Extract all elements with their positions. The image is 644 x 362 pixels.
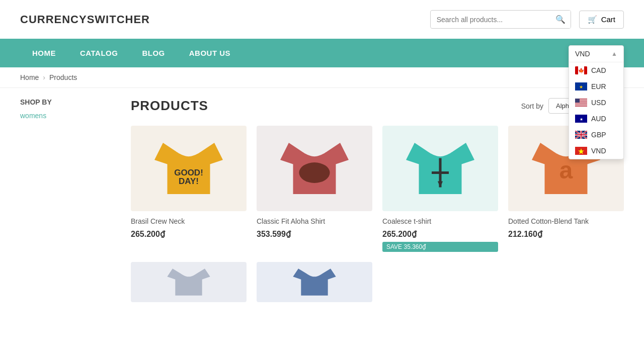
nav-item-about-us[interactable]: ABOUT US bbox=[177, 39, 243, 67]
currency-item-gbp[interactable]: GBP bbox=[569, 127, 623, 143]
svg-rect-2 bbox=[584, 66, 587, 74]
currency-dropdown: VND ▲ 🍁 CAD ★ EUR bbox=[569, 45, 624, 159]
flag-icon-gb bbox=[575, 131, 587, 139]
currency-code-cad: CAD bbox=[591, 66, 606, 74]
product-card-aloha[interactable]: Classic Fit Aloha Shirt 353.599₫ bbox=[257, 126, 372, 252]
search-bar: 🔍 bbox=[430, 10, 571, 29]
products-header: PRODUCTS Sort by Alphabetically, A-Z bbox=[131, 98, 624, 114]
svg-text:a: a bbox=[559, 157, 573, 184]
product-name-dotted: Dotted Cotton-Blend Tank bbox=[508, 217, 624, 225]
currency-item-aud[interactable]: ★ AUD bbox=[569, 111, 623, 127]
product-image-brasil: GOOD! DAY! bbox=[131, 126, 247, 211]
product-grid: GOOD! DAY! Brasil Crew Neck 265.200₫ Cla… bbox=[131, 126, 624, 308]
currency-item-cad[interactable]: 🍁 CAD bbox=[569, 62, 623, 78]
flag-icon-eu: ★ bbox=[575, 82, 587, 90]
sidebar-link-womens[interactable]: womens bbox=[20, 112, 46, 120]
search-input[interactable] bbox=[431, 12, 550, 28]
nav-item-blog[interactable]: BLOG bbox=[130, 39, 177, 67]
svg-rect-24 bbox=[575, 134, 587, 135]
header: CURRENCYSWITCHER 🔍 🛒 Cart bbox=[0, 0, 644, 39]
svg-point-29 bbox=[299, 162, 330, 183]
product-price-aloha: 353.599₫ bbox=[257, 229, 372, 239]
product-name-aloha: Classic Fit Aloha Shirt bbox=[257, 217, 372, 225]
product-save-coalesce: SAVE 35.360₫ bbox=[382, 242, 498, 252]
cart-button[interactable]: 🛒 Cart bbox=[579, 11, 624, 29]
currency-code-aud: AUD bbox=[591, 115, 606, 123]
currency-item-usd[interactable]: USD bbox=[569, 95, 623, 111]
svg-text:🍁: 🍁 bbox=[578, 67, 585, 74]
product-card-bottom-2[interactable] bbox=[257, 262, 372, 308]
sidebar: SHOP BY womens bbox=[20, 98, 121, 308]
currency-up-arrow-icon: ▲ bbox=[611, 50, 617, 57]
product-image-coalesce bbox=[382, 126, 498, 211]
sort-label: Sort by bbox=[521, 102, 543, 110]
product-price-brasil: 265.200₫ bbox=[131, 229, 247, 239]
logo: CURRENCYSWITCHER bbox=[20, 13, 150, 26]
svg-text:DAY!: DAY! bbox=[179, 176, 199, 186]
svg-rect-11 bbox=[575, 104, 587, 105]
product-card-coalesce[interactable]: Coalesce t-shirt 265.200₫ SAVE 35.360₫ bbox=[382, 126, 498, 252]
breadcrumb-separator: › bbox=[43, 73, 45, 81]
main-layout: SHOP BY womens PRODUCTS Sort by Alphabet… bbox=[0, 88, 644, 318]
cart-icon: 🛒 bbox=[588, 15, 597, 24]
currency-item-eur[interactable]: ★ EUR bbox=[569, 78, 623, 95]
breadcrumb-current: Products bbox=[49, 73, 77, 81]
product-name-brasil: Brasil Crew Neck bbox=[131, 217, 247, 225]
currency-code-gbp: GBP bbox=[591, 131, 606, 139]
flag-icon-au: ★ bbox=[575, 115, 587, 123]
product-name-coalesce: Coalesce t-shirt bbox=[382, 217, 498, 225]
breadcrumb: Home › Products bbox=[0, 67, 644, 88]
currency-code-eur: EUR bbox=[591, 82, 606, 90]
product-card-brasil[interactable]: GOOD! DAY! Brasil Crew Neck 265.200₫ bbox=[131, 126, 247, 252]
sidebar-title: SHOP BY bbox=[20, 98, 121, 106]
flag-icon-vn bbox=[575, 147, 587, 155]
products-area: PRODUCTS Sort by Alphabetically, A-Z GOO… bbox=[131, 98, 624, 308]
product-image-aloha bbox=[257, 126, 372, 211]
search-button[interactable]: 🔍 bbox=[550, 11, 571, 28]
product-card-bottom-1[interactable] bbox=[131, 262, 247, 308]
product-price-coalesce: 265.200₫ bbox=[382, 229, 498, 239]
product-price-dotted: 212.160₫ bbox=[508, 229, 624, 239]
nav-item-catalog[interactable]: CATALOG bbox=[68, 39, 130, 67]
svg-rect-13 bbox=[575, 99, 580, 103]
product-image-bottom-1 bbox=[131, 262, 247, 302]
flag-icon-ca: 🍁 bbox=[575, 66, 587, 74]
svg-text:★: ★ bbox=[580, 117, 583, 122]
product-image-bottom-2 bbox=[257, 262, 372, 302]
nav-item-home[interactable]: HOME bbox=[20, 39, 68, 67]
currency-code-vnd: VND bbox=[591, 147, 606, 155]
svg-text:★: ★ bbox=[579, 84, 583, 89]
svg-rect-10 bbox=[575, 103, 587, 104]
currency-item-vnd[interactable]: VND bbox=[569, 143, 623, 159]
svg-rect-12 bbox=[575, 106, 587, 106]
breadcrumb-home[interactable]: Home bbox=[20, 73, 39, 81]
currency-code-usd: USD bbox=[591, 99, 606, 107]
currency-current-label: VND bbox=[575, 50, 590, 58]
flag-icon-us bbox=[575, 99, 587, 107]
header-right: 🔍 🛒 Cart bbox=[430, 10, 624, 29]
nav: HOME CATALOG BLOG ABOUT US bbox=[0, 39, 644, 67]
currency-dropdown-header[interactable]: VND ▲ bbox=[569, 46, 623, 62]
products-title: PRODUCTS bbox=[131, 98, 208, 114]
cart-label: Cart bbox=[601, 15, 615, 24]
